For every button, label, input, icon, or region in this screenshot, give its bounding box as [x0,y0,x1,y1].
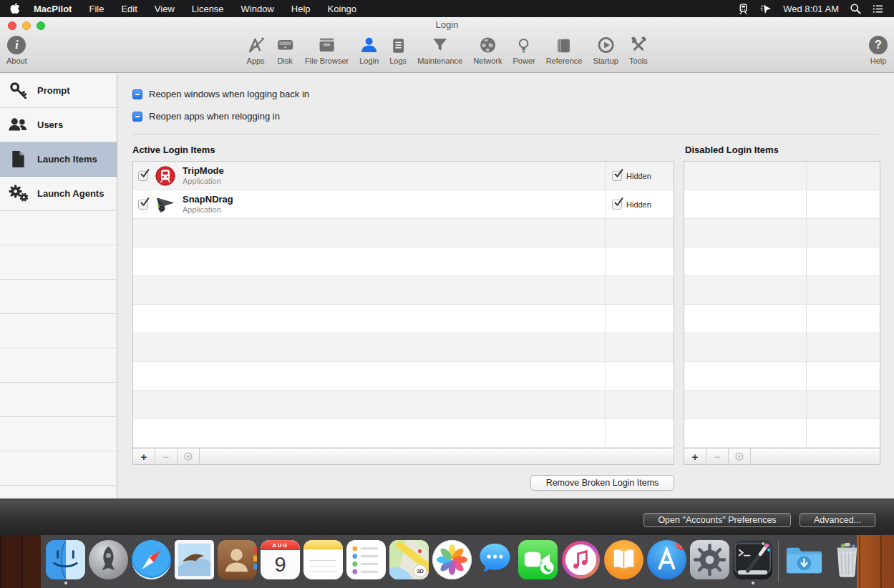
login-item-row[interactable]: SnapNDragApplicationHidden [133,190,674,219]
menu-view[interactable]: View [155,4,175,14]
calendar-icon[interactable]: AUG9 [260,538,301,585]
enabled-checkbox[interactable] [138,171,148,181]
menu-file[interactable]: File [89,4,104,14]
menu-edit[interactable]: Edit [121,4,137,14]
notes-icon[interactable] [303,538,344,585]
active-add-button[interactable]: + [133,449,155,464]
toolbar-apps[interactable]: Apps [246,32,265,65]
maps-pin [418,549,422,553]
photos-icon[interactable] [432,538,472,585]
sidebar-empty-row [0,314,117,348]
launchpad-icon[interactable] [88,538,129,585]
app-store-icon[interactable]: 1 [646,538,687,585]
sidebar-item-launch-items[interactable]: Launch Items [0,142,117,177]
menu-window[interactable]: Window [241,4,274,14]
menu-koingo[interactable]: Koingo [328,4,356,14]
empty-table-row [684,362,880,391]
toolbar-login[interactable]: Login [359,32,379,65]
hidden-checkbox[interactable] [612,200,622,210]
menu-clock[interactable]: Wed 8:01 AM [783,4,839,14]
messages-icon[interactable] [475,538,515,585]
disabled-table-footer: +− [684,449,880,465]
facetime-icon[interactable] [518,538,558,585]
calendar-day: 9 [261,550,300,579]
toolbar-about[interactable]: i About [6,32,27,65]
running-indicator [752,582,754,584]
toolbar-disk[interactable]: Disk [276,32,294,65]
active-login-items-title: Active Login Items [132,144,215,155]
toolbar-power[interactable]: Power [512,32,535,65]
disabled-add-button[interactable]: + [684,449,706,464]
empty-table-row [133,333,674,362]
play-circle-icon [596,32,615,54]
bottom-bar: Open "Accounts" Preferences Advanced... [0,499,894,535]
app-store-badge: 1 [676,540,686,550]
main-content: Reopen windows when logging back inReope… [118,74,894,499]
empty-table-row [684,276,880,305]
key-icon [6,81,29,100]
book-icon [555,32,573,54]
macpilot-dock-icon[interactable] [732,538,773,585]
disabled-reveal-button[interactable] [729,449,751,464]
ibooks-icon[interactable] [603,538,644,585]
open-accounts-preferences-button[interactable]: Open "Accounts" Preferences [643,513,791,527]
sidebar-empty-row [0,451,117,486]
remove-broken-login-items-button[interactable]: Remove Broken Login Items [530,475,674,491]
contacts-icon[interactable] [217,538,258,585]
login-item-row[interactable]: TripModeApplicationHidden [133,162,674,190]
safari-icon[interactable] [131,538,172,585]
itunes-icon[interactable] [560,538,601,585]
toolbar-file-browser[interactable]: File Browser [305,32,349,65]
toolbar-help[interactable]: ? Help [869,32,888,65]
users-icon [6,116,29,134]
dock: AUG93D1 [41,535,857,588]
sidebar-item-label: Launch Items [37,154,97,165]
sidebar-item-users[interactable]: Users [0,108,117,142]
section-divider [132,134,880,134]
advanced-button[interactable]: Advanced... [800,513,875,527]
active-remove-button[interactable]: − [155,449,178,464]
downloads-folder-icon[interactable] [784,538,825,585]
reopen-checkbox[interactable] [132,89,142,99]
window-title-bar: Login i About AppsDiskFile BrowserLoginL… [0,17,894,73]
menu-bar: MacPilot FileEditViewLicenseWindowHelpKo… [0,0,894,17]
menu-help[interactable]: Help [291,4,311,14]
sidebar-item-label: Launch Agents [37,188,104,199]
file-browser-icon [318,32,336,54]
enabled-checkbox[interactable] [138,200,148,210]
login-option: Reopen windows when logging back in [132,89,309,99]
hidden-checkbox[interactable] [612,171,622,181]
disabled-remove-button[interactable]: − [706,449,729,464]
toolbar-reference[interactable]: Reference [546,32,583,65]
notification-center-icon[interactable] [872,3,884,15]
system-preferences-icon[interactable] [689,538,730,585]
menu-license[interactable]: License [192,4,224,14]
reminders-icon[interactable] [346,538,387,585]
reopen-checkbox[interactable] [132,112,142,122]
disk-icon [276,32,294,54]
apple-menu-icon[interactable] [10,3,20,14]
empty-table-row [684,190,880,219]
login-user-icon [360,32,379,54]
globe-icon [478,32,497,54]
tripmode-menu-icon[interactable] [737,3,749,15]
search-icon[interactable] [850,3,861,14]
login-item-kind: Application [183,177,224,185]
maps-icon[interactable]: 3D [389,538,429,585]
toolbar-startup[interactable]: Startup [593,32,618,65]
toolbar-maintenance[interactable]: Maintenance [417,32,462,65]
toolbar-label: Reference [546,57,583,65]
sidebar-item-prompt[interactable]: Prompt [0,74,117,108]
hidden-label: Hidden [626,172,651,180]
toolbar-network[interactable]: Network [473,32,502,65]
toolbar-tools[interactable]: Tools [629,32,648,65]
trash-icon[interactable] [827,538,868,585]
toolbar-logs[interactable]: Logs [389,32,407,65]
finder-icon[interactable] [45,538,86,585]
menu-app-name[interactable]: MacPilot [34,4,72,14]
sidebar-item-launch-agents[interactable]: Launch Agents [0,177,117,211]
active-reveal-button[interactable] [178,449,200,464]
disabled-login-items-table [684,161,880,449]
snapndrag-menu-icon[interactable] [760,3,772,15]
mail-icon[interactable] [174,538,215,585]
